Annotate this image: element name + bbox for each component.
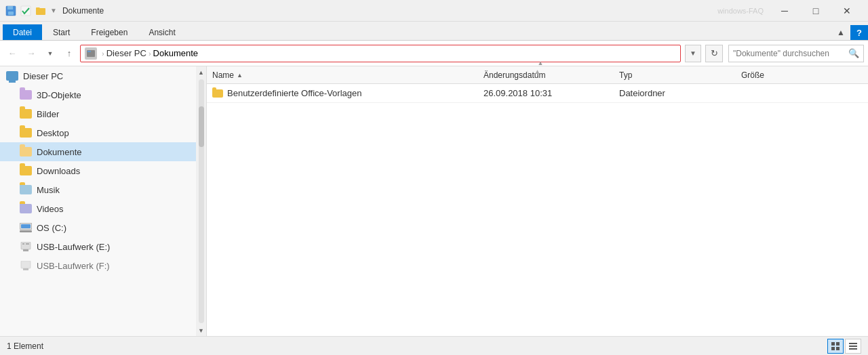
checkmark-icon[interactable]	[20, 5, 31, 16]
svg-rect-17	[836, 342, 840, 346]
tab-start[interactable]: Start	[43, 24, 80, 40]
address-separator-2: ›	[149, 49, 151, 58]
file-area: ▲ Name ▲ Änderungsdatum Typ Größe ▲	[207, 66, 868, 336]
bilder-icon	[19, 107, 33, 121]
address-dropdown-button[interactable]: ▼	[685, 45, 701, 62]
svg-rect-15	[23, 268, 28, 270]
sidebar-label-desktop: Desktop	[37, 128, 69, 138]
window-controls: ─ □ ✕	[769, 0, 863, 22]
file-list: Benutzerdefinierte Office-Vorlagen 26.09…	[207, 84, 868, 336]
sidebar-label-dieser-pc: Dieser PC	[23, 71, 63, 81]
os-c-icon	[19, 221, 33, 234]
sidebar-label-usb-e: USB-Laufwerk (E:)	[37, 242, 110, 252]
view-buttons	[827, 339, 861, 354]
address-separator-1: ›	[102, 49, 104, 58]
sidebar-item-dieser-pc[interactable]: Dieser PC	[0, 66, 196, 85]
ribbon-tabs: Datei Start Freigeben Ansicht ▲ ?	[0, 22, 868, 41]
table-row[interactable]: Benutzerdefinierte Office-Vorlagen 26.09…	[207, 84, 868, 103]
address-field-icon	[85, 47, 97, 60]
search-box[interactable]: 🔍	[728, 45, 864, 62]
sidebar-item-videos[interactable]: Videos	[0, 199, 196, 218]
save-icon[interactable]	[5, 5, 16, 16]
svg-rect-20	[849, 343, 857, 344]
svg-rect-16	[831, 342, 835, 346]
watermark: windows-FAQ	[717, 7, 764, 15]
folder-icon[interactable]	[35, 5, 46, 16]
search-input[interactable]	[733, 49, 848, 58]
search-icon[interactable]: 🔍	[848, 48, 859, 58]
view-grid-button[interactable]	[827, 339, 844, 354]
svg-rect-21	[849, 346, 857, 347]
desktop-icon	[19, 126, 33, 140]
help-button[interactable]: ?	[850, 25, 868, 40]
sidebar-item-bilder[interactable]: Bilder	[0, 104, 196, 123]
sidebar-label-musik: Musik	[37, 185, 60, 195]
dokumente-icon	[19, 145, 33, 159]
window-title: Dokumente	[62, 6, 717, 16]
sidebar-item-usb-e[interactable]: USB-Laufwerk (E:)	[0, 237, 196, 256]
minimize-button[interactable]: ─	[769, 0, 800, 22]
tab-ansicht[interactable]: Ansicht	[138, 24, 185, 40]
sidebar-item-musik[interactable]: Musik	[0, 180, 196, 199]
svg-rect-10	[21, 242, 31, 249]
dieser-pc-icon	[5, 69, 19, 83]
forward-button[interactable]: →	[23, 45, 39, 62]
file-cell-date-0: 26.09.2018 10:31	[484, 88, 619, 98]
refresh-button[interactable]: ↻	[705, 45, 723, 62]
svg-rect-12	[22, 243, 24, 245]
back-button[interactable]: ←	[4, 45, 20, 62]
tab-datei[interactable]: Datei	[3, 24, 42, 40]
file-folder-icon-0	[212, 89, 223, 98]
ribbon-expand-button[interactable]: ▲	[831, 25, 850, 40]
sidebar-item-os-c[interactable]: OS (C:)	[0, 218, 196, 237]
sidebar-label-dokumente: Dokumente	[37, 147, 81, 157]
svg-rect-11	[23, 249, 28, 251]
title-bar-icons: ▼	[5, 5, 57, 16]
svg-rect-1	[7, 6, 13, 9]
sidebar-item-downloads[interactable]: Downloads	[0, 161, 196, 180]
usb-f-icon	[19, 259, 33, 272]
address-bar: ← → ▼ ↑ › Dieser PC › Dokumente ▼ ↻ 🔍	[0, 41, 868, 66]
sort-indicator: ▲	[534, 68, 541, 75]
address-field[interactable]: › Dieser PC › Dokumente	[80, 45, 681, 62]
svg-rect-8	[21, 224, 31, 228]
scroll-thumb[interactable]	[199, 106, 204, 147]
main-area: Dieser PC 3D-Objekte Bilder	[0, 66, 868, 336]
file-cell-type-0: Dateiordner	[619, 88, 741, 98]
svg-rect-5	[87, 51, 91, 52]
sidebar-label-os-c: OS (C:)	[37, 223, 66, 233]
sidebar-label-bilder: Bilder	[37, 109, 59, 119]
sidebar-with-scroll: Dieser PC 3D-Objekte Bilder	[0, 66, 207, 336]
title-bar-dropdown[interactable]: ▼	[50, 7, 57, 14]
scroll-track[interactable]	[199, 79, 204, 323]
file-cell-name-0: Benutzerdefinierte Office-Vorlagen	[212, 88, 484, 98]
tab-freigeben[interactable]: Freigeben	[81, 24, 138, 40]
sidebar-item-usb-f[interactable]: USB-Laufwerk (F:)	[0, 256, 196, 275]
downloads-icon	[19, 164, 33, 178]
svg-rect-2	[8, 12, 14, 15]
scroll-down-arrow[interactable]: ▼	[196, 325, 206, 336]
up-button[interactable]: ↑	[61, 45, 77, 62]
svg-rect-22	[849, 348, 857, 350]
view-list-button[interactable]	[845, 339, 861, 354]
musik-icon	[19, 183, 33, 196]
sidebar-scrollbar[interactable]: ▲ ▼	[196, 66, 206, 336]
maximize-button[interactable]: □	[800, 0, 831, 22]
sidebar-item-dokumente[interactable]: Dokumente	[0, 142, 196, 161]
close-button[interactable]: ✕	[831, 0, 863, 22]
svg-rect-18	[831, 347, 835, 350]
scroll-up-arrow[interactable]: ▲	[196, 66, 206, 78]
svg-rect-14	[21, 261, 31, 268]
svg-rect-13	[26, 243, 29, 245]
svg-rect-19	[836, 347, 840, 350]
recent-locations-button[interactable]: ▼	[42, 45, 58, 62]
sidebar-item-3d-objekte[interactable]: 3D-Objekte	[0, 85, 196, 104]
usb-e-icon	[19, 240, 33, 253]
sidebar-content: Dieser PC 3D-Objekte Bilder	[0, 66, 196, 336]
sidebar-label-videos: Videos	[37, 204, 64, 214]
status-bar: 1 Element	[0, 336, 868, 355]
sidebar-item-desktop[interactable]: Desktop	[0, 123, 196, 142]
address-dokumente[interactable]: Dokumente	[153, 48, 198, 58]
address-dieser-pc[interactable]: Dieser PC	[106, 48, 146, 58]
sidebar-label-usb-f: USB-Laufwerk (F:)	[37, 261, 110, 271]
